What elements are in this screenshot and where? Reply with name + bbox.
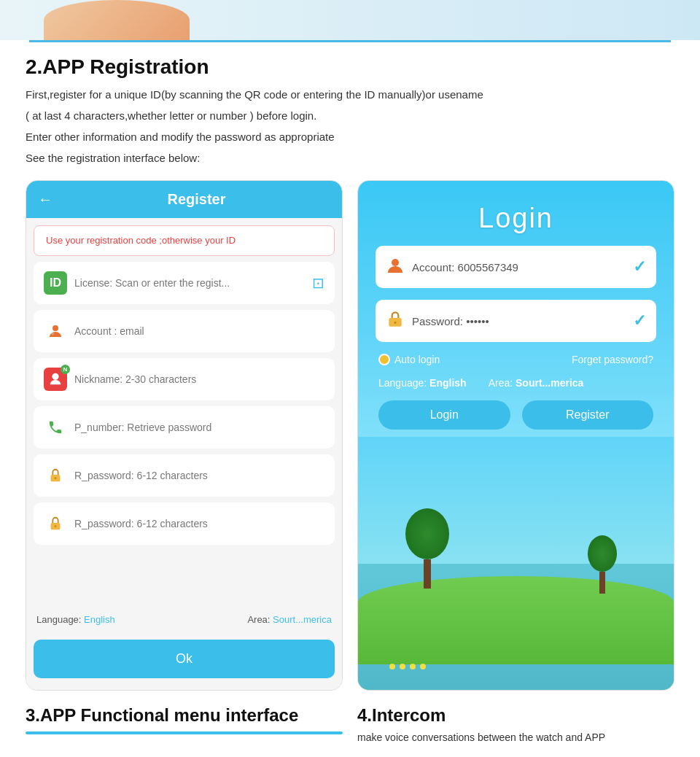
register-screen-mockup: ← Register Use your registration code ;o…	[26, 180, 343, 691]
login-button[interactable]: Login	[378, 400, 510, 430]
section4-title: 4.Intercom	[357, 705, 674, 726]
svg-point-4	[55, 477, 57, 479]
section2-desc2: ( at last 4 characters,whether letter or…	[26, 107, 674, 125]
login-area-value: Sourt...merica	[516, 377, 583, 389]
ground	[358, 576, 674, 664]
register-form: ID License: Scan or enter the regist... …	[26, 257, 342, 607]
footer-area-label: Area: Sourt...merica	[247, 614, 332, 625]
top-border-line	[29, 40, 671, 42]
section3-bar	[26, 731, 343, 734]
login-lang-area: Language: English Area: Sourt...merica	[376, 377, 656, 389]
login-password-text: Password: ••••••	[412, 315, 626, 327]
register-screen: ← Register Use your registration code ;o…	[26, 181, 342, 690]
svg-point-9	[394, 322, 396, 324]
login-account-row[interactable]: Account: 6005567349 ✓	[376, 246, 656, 288]
login-screen-mockup: Login Account: 6005567349 ✓	[357, 180, 674, 691]
login-lang-value: English	[429, 377, 467, 389]
flower-2	[400, 664, 405, 669]
section3-title: 3.APP Functional menu interface	[26, 705, 343, 726]
section2-desc3: Enter other information and modify the p…	[26, 128, 674, 146]
footer-area-value: Sourt...merica	[273, 614, 332, 625]
account-check-icon: ✓	[633, 257, 646, 276]
two-col-layout: ← Register Use your registration code ;o…	[26, 180, 674, 691]
ok-button[interactable]: Ok	[34, 640, 335, 678]
tree-right	[588, 535, 617, 594]
top-figure	[44, 0, 190, 40]
login-lang-label: Language: English	[378, 377, 467, 389]
auto-login-label: Auto login	[394, 354, 440, 365]
section2-desc1: First,register for a unique ID(by scanni…	[26, 86, 674, 104]
auto-login-dot	[378, 354, 390, 365]
register-header: ← Register	[26, 181, 342, 218]
form-row-license[interactable]: ID License: Scan or enter the regist... …	[34, 262, 335, 304]
form-row-nickname[interactable]: N Nickname: 2-30 characters	[34, 358, 335, 400]
section4-col: 4.Intercom make voice conversations betw…	[357, 705, 674, 745]
register-nav-button[interactable]: Register	[522, 400, 654, 430]
back-arrow-icon[interactable]: ←	[38, 191, 52, 208]
nickname-badge: N	[61, 365, 70, 374]
svg-point-6	[55, 525, 57, 527]
login-screen: Login Account: 6005567349 ✓	[358, 181, 674, 690]
nickname-icon-wrap: N	[44, 368, 67, 391]
login-options: Auto login Forget password?	[376, 354, 656, 365]
scan-icon[interactable]: ⊡	[312, 274, 324, 292]
tree-foliage-left	[405, 508, 449, 559]
svg-point-0	[52, 325, 58, 331]
footer-lang-label: Language: English	[36, 614, 115, 625]
flowers	[389, 664, 426, 669]
bottom-sections: 3.APP Functional menu interface 4.Interc…	[26, 705, 674, 745]
rpassword1-text: R_password: 6-12 characters	[74, 470, 324, 481]
top-image-strip	[0, 0, 700, 40]
rpassword2-text: R_password: 6-12 characters	[74, 518, 324, 529]
register-error-text: Use your registration code ;otherwise yo…	[34, 225, 335, 256]
footer-lang-value: English	[84, 614, 115, 625]
password-check-icon: ✓	[633, 311, 646, 330]
license-text: License: Scan or enter the regist...	[74, 277, 305, 289]
login-password-icon	[386, 309, 405, 333]
forget-password-link[interactable]: Forget password?	[572, 354, 653, 365]
tree-foliage-right	[588, 535, 617, 572]
tree-left	[405, 508, 449, 589]
login-top: Login Account: 6005567349 ✓	[358, 181, 674, 437]
section3-col: 3.APP Functional menu interface	[26, 705, 343, 745]
lock-icon-2	[44, 512, 67, 535]
tree-trunk-right	[599, 572, 605, 594]
login-password-row[interactable]: Password: •••••• ✓	[376, 300, 656, 342]
login-account-icon	[386, 255, 405, 279]
svg-rect-1	[51, 333, 54, 335]
account-icon	[44, 319, 67, 343]
account-text: Account : email	[74, 325, 324, 337]
nature-scene	[358, 437, 674, 690]
section4-desc: make voice conversations between the wat…	[357, 730, 674, 745]
nickname-text: Nickname: 2-30 characters	[74, 373, 324, 385]
form-row-phone[interactable]: P_number: Retrieve password	[34, 406, 335, 449]
lock-icon-1	[44, 464, 67, 487]
form-row-rpassword1[interactable]: R_password: 6-12 characters	[34, 454, 335, 497]
login-title: Login	[376, 203, 656, 234]
flower-3	[410, 664, 416, 669]
login-account-text: Account: 6005567349	[412, 261, 626, 273]
form-row-account[interactable]: Account : email	[34, 310, 335, 352]
tree-trunk-left	[424, 559, 431, 589]
phone-text: P_number: Retrieve password	[74, 422, 324, 433]
flower-1	[389, 664, 395, 669]
svg-point-2	[52, 373, 58, 379]
section2-title: 2.APP Registration	[26, 55, 674, 79]
flower-4	[420, 664, 426, 669]
section2-desc4: See the registration interface below:	[26, 150, 674, 167]
login-area-label: Area: Sourt...merica	[489, 377, 584, 389]
svg-point-7	[392, 259, 399, 266]
license-icon: ID	[44, 271, 67, 295]
ok-btn-wrap: Ok	[26, 632, 342, 690]
register-footer: Language: English Area: Sourt...merica	[26, 607, 342, 632]
register-title: Register	[63, 191, 330, 208]
auto-login-option[interactable]: Auto login	[378, 354, 440, 365]
login-buttons: Login Register	[376, 400, 656, 430]
form-row-rpassword2[interactable]: R_password: 6-12 characters	[34, 502, 335, 545]
phone-icon	[44, 416, 67, 439]
